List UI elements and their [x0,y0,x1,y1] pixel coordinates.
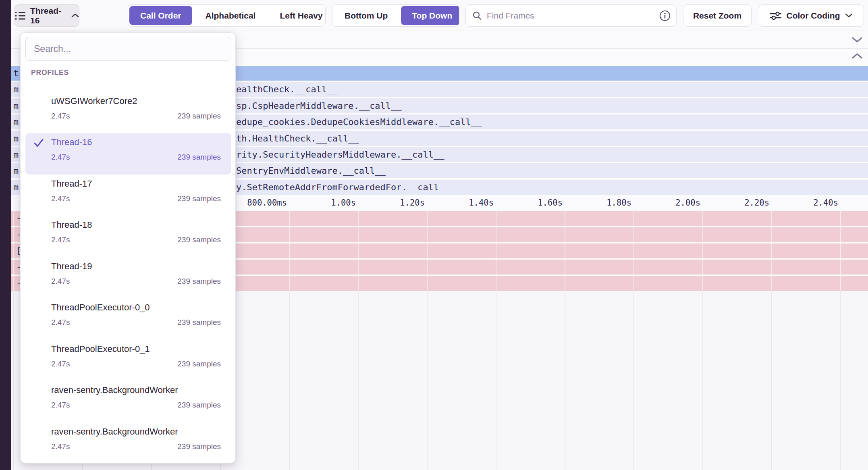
app-sidebar [0,0,11,470]
flame-row-label: th.HealthCheck.__call__ [236,131,359,146]
profile-duration: 2.47s [51,231,70,249]
thread-selector-label: Thread-16 [30,6,64,25]
profile-samples: 239 samples [177,396,221,414]
thread-selector-button[interactable]: Thread-16 [15,4,79,27]
direction-option-bottom-up[interactable]: Bottom Up [332,5,400,26]
chevron-up-icon [71,13,79,18]
flame-row-text-fragment: m [13,163,19,178]
flame-row-text-fragment: m [13,98,19,113]
profiles-search-input[interactable] [25,37,231,61]
profile-option[interactable]: ThreadPoolExecutor-0_1 2.47s239 samples [25,340,231,381]
profile-samples: 239 samples [177,272,221,291]
chevron-down-icon [845,13,853,18]
color-coding-label: Color Coding [787,11,840,21]
toolbar: Thread-16 Call Order Alphabetical Left H… [11,0,868,31]
flame-row-text-fragment: m [13,114,19,129]
direction-option-top-down[interactable]: Top Down [401,6,459,25]
profile-option-selected[interactable]: Thread-16 2.47s239 samples [25,133,231,175]
time-axis-tick: 800.00ms [247,195,287,210]
profile-duration: 2.47s [51,437,70,456]
profile-samples: 239 samples [177,107,221,125]
profile-option[interactable]: ThreadPoolExecutor-0_0 2.47s239 samples [25,298,231,340]
time-axis-tick: 1.00s [331,195,356,210]
profile-option[interactable]: Thread-19 2.47s239 samples [25,257,231,299]
profile-option[interactable]: Thread-17 2.47s239 samples [25,175,231,216]
profiles-section-label: PROFILES [31,69,69,77]
flame-row-text-fragment: m [13,180,19,195]
find-frames-searchbox [465,4,677,27]
sort-option-alphabetical[interactable]: Alphabetical [193,5,268,26]
thread-list-icon [15,11,26,21]
profile-option[interactable]: Thread-18 2.47s239 samples [25,216,231,257]
time-axis-tick: 1.80s [606,195,631,210]
flame-row-text-fragment: t [13,66,19,81]
profile-duration: 2.47s [51,313,70,332]
flame-row-label: y.SetRemoteAddrFromForwardedFor.__call__ [236,180,450,195]
profile-samples: 239 samples [177,313,221,332]
info-icon[interactable] [659,10,671,21]
sort-order-segmented-control: Call Order Alphabetical Left Heavy [128,4,326,27]
color-coding-button[interactable]: Color Coding [759,4,864,27]
profile-samples: 239 samples [177,355,221,373]
flame-row-label: edupe_cookies.DedupeCookiesMiddleware.__… [236,114,482,129]
reset-zoom-label: Reset Zoom [693,11,741,21]
search-icon [472,11,482,21]
profiling-flamegraph-app: t m ealthCheck.__call__ m sp.CspHeaderMi… [0,0,868,470]
profile-samples: 239 samples [177,148,221,166]
time-axis-tick: 1.20s [400,195,425,210]
profile-option[interactable]: raven-sentry.BackgroundWorker 2.47s239 s… [25,422,231,464]
flame-row-text-fragment: m [13,82,19,97]
profile-option[interactable]: raven-sentry.BackgroundWorker 2.47s239 s… [25,381,231,422]
profile-duration: 2.47s [51,355,70,373]
profile-duration: 2.47s [51,189,70,208]
time-axis-tick: 1.60s [538,195,563,210]
sliders-icon [770,11,781,20]
flame-row-text-fragment: m [13,147,19,162]
time-axis-tick: 2.40s [813,195,838,210]
profile-duration: 2.47s [51,107,70,125]
sort-option-call-order[interactable]: Call Order [129,6,192,25]
flame-row-label: sp.CspHeaderMiddleware.__call__ [236,98,402,113]
profile-duration: 2.47s [51,272,70,291]
profile-samples: 239 samples [177,437,221,456]
time-axis-tick: 2.00s [675,195,700,210]
profile-samples: 239 samples [177,231,221,249]
time-axis-tick: 2.20s [744,195,769,210]
sort-option-left-heavy[interactable]: Left Heavy [268,5,326,26]
flame-row-label: rity.SecurityHeadersMiddleware.__call__ [236,147,444,162]
flame-row-label: ealthCheck.__call__ [236,82,338,97]
check-icon [33,137,45,149]
chevron-down-icon[interactable] [852,37,862,43]
profile-duration: 2.47s [51,148,70,166]
profile-option[interactable]: uWSGIWorker7Core2 2.47s239 samples [25,92,231,133]
time-axis-tick: 1.40s [469,195,494,210]
direction-segmented-control: Bottom Up Top Down [332,4,459,27]
profile-duration: 2.47s [51,396,70,414]
profile-samples: 239 samples [177,189,221,208]
reset-zoom-button[interactable]: Reset Zoom [683,4,752,27]
flame-row-label: SentryEnvMiddleware.__call__ [236,163,386,178]
profiles-dropdown-panel: PROFILES uWSGIWorker7Core2 2.47s239 samp… [20,32,236,464]
chevron-up-icon[interactable] [852,53,862,59]
flame-row-text-fragment: m [13,131,19,146]
find-frames-input[interactable] [487,11,659,21]
